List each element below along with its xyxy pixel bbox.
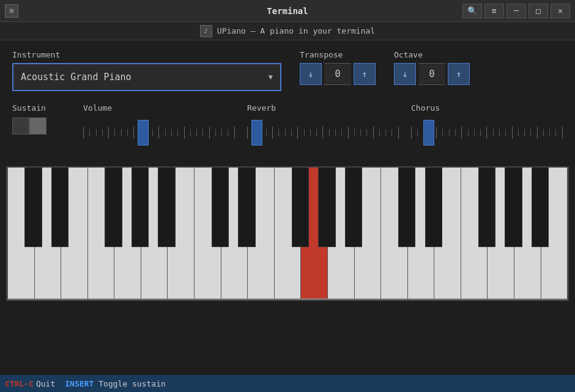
instrument-value: Acoustic Grand Piano: [21, 72, 132, 83]
black-key-0[interactable]: [24, 168, 42, 247]
title-bar: ⊞ Terminal 🔍 ≡ ─ □ ✕: [0, 0, 575, 22]
reverb-thumb[interactable]: [251, 120, 262, 146]
insert-shortcut: INSERT Toggle sustain: [65, 379, 166, 388]
volume-track: [83, 131, 235, 135]
status-bar: CTRL-C Quit INSERT Toggle sustain: [0, 375, 575, 392]
instrument-label: Instrument: [12, 50, 281, 59]
chorus-track: [411, 131, 563, 135]
controls-row1: Instrument Acoustic Grand Piano ▼ Transp…: [12, 50, 563, 91]
black-key-4[interactable]: [132, 168, 149, 247]
transpose-spinner: ↓ 0 ↑: [300, 63, 376, 85]
app-subtitle: UPiano — A piano in your terminal: [217, 26, 375, 35]
piano-container: [6, 166, 569, 301]
volume-ticks: [83, 124, 235, 142]
piano-keys: [7, 168, 568, 300]
sustain-on-button[interactable]: [29, 117, 46, 135]
octave-value: 0: [418, 63, 445, 85]
controls-row2: Sustain Volume Reverb: [12, 103, 563, 148]
black-key-5[interactable]: [158, 168, 175, 247]
quit-label: Quit: [36, 379, 55, 388]
instrument-group: Instrument Acoustic Grand Piano ▼: [12, 50, 281, 91]
window-title: Terminal: [267, 6, 308, 16]
black-key-15[interactable]: [425, 168, 442, 247]
black-key-1[interactable]: [51, 168, 69, 247]
volume-label: Volume: [83, 103, 235, 113]
title-bar-left: ⊞: [5, 4, 18, 18]
reverb-label: Reverb: [247, 103, 399, 113]
reverb-group: Reverb: [247, 103, 399, 148]
black-key-18[interactable]: [505, 168, 522, 247]
octave-inc-button[interactable]: ↑: [448, 63, 470, 85]
main-content: Instrument Acoustic Grand Piano ▼ Transp…: [0, 40, 575, 158]
sustain-label: Sustain: [12, 103, 46, 113]
volume-group: Volume: [83, 103, 235, 148]
chorus-group: Chorus: [411, 103, 563, 148]
app-icon: ♪: [200, 25, 212, 37]
sustain-group: Sustain: [12, 103, 46, 135]
maximize-button[interactable]: □: [529, 4, 548, 18]
instrument-select[interactable]: Acoustic Grand Piano ▼: [12, 63, 281, 91]
sustain-toggle[interactable]: [12, 117, 46, 135]
black-key-8[interactable]: [238, 168, 255, 247]
close-button[interactable]: ✕: [551, 4, 570, 18]
octave-spinner: ↓ 0 ↑: [394, 63, 470, 85]
black-key-10[interactable]: [292, 168, 309, 247]
sustain-off-button[interactable]: [12, 117, 29, 135]
black-key-7[interactable]: [212, 168, 229, 247]
window-controls: 🔍 ≡ ─ □ ✕: [462, 4, 570, 18]
ctrl-c-key: CTRL-C: [5, 379, 34, 388]
quit-shortcut: CTRL-C Quit: [5, 379, 65, 388]
transpose-inc-button[interactable]: ↑: [354, 63, 376, 85]
transpose-group: Transpose ↓ 0 ↑: [300, 50, 376, 85]
chorus-thumb[interactable]: [423, 120, 434, 146]
reverb-slider-container: [247, 117, 399, 148]
black-key-12[interactable]: [345, 168, 362, 247]
octave-group: Octave ↓ 0 ↑: [394, 50, 470, 85]
reverb-track: [247, 131, 399, 135]
transpose-dec-button[interactable]: ↓: [300, 63, 322, 85]
black-key-17[interactable]: [478, 168, 495, 247]
dropdown-arrow-icon: ▼: [269, 73, 273, 81]
octave-dec-button[interactable]: ↓: [394, 63, 416, 85]
black-key-3[interactable]: [105, 168, 122, 247]
insert-mode-key: INSERT: [65, 379, 94, 388]
octave-label: Octave: [394, 50, 470, 59]
search-button[interactable]: 🔍: [462, 4, 482, 18]
chorus-label: Chorus: [411, 103, 563, 113]
transpose-value: 0: [324, 63, 351, 85]
transpose-label: Transpose: [300, 50, 376, 59]
chorus-slider-container: [411, 117, 563, 148]
toggle-sustain-label: Toggle sustain: [98, 379, 166, 388]
menu-button[interactable]: ≡: [484, 4, 504, 18]
reverb-ticks: [247, 124, 399, 142]
black-key-14[interactable]: [398, 168, 415, 247]
black-key-19[interactable]: [532, 168, 549, 247]
volume-thumb[interactable]: [138, 120, 149, 146]
minimize-button[interactable]: ─: [506, 4, 526, 18]
terminal-icon: ⊞: [5, 4, 18, 18]
black-key-11[interactable]: [318, 168, 335, 247]
volume-slider-container: [83, 117, 235, 148]
subtitle-bar: ♪ UPiano — A piano in your terminal: [0, 22, 575, 40]
